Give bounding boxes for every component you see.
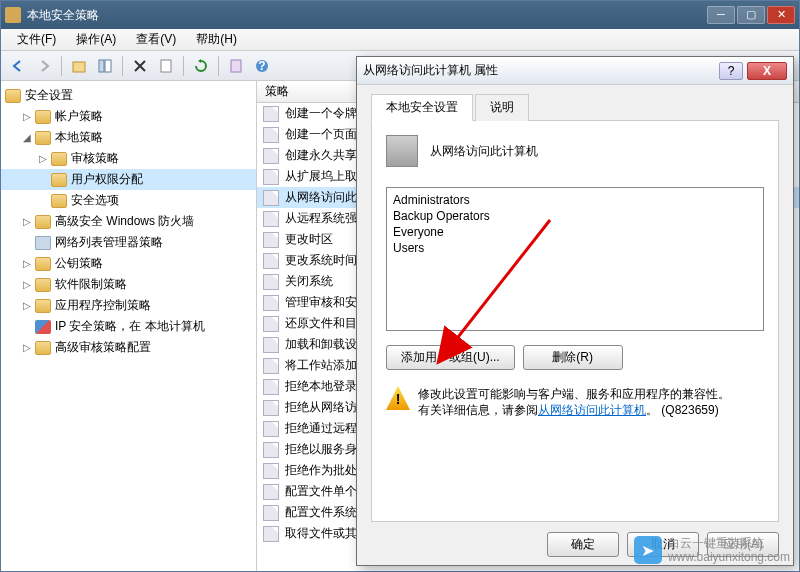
list-item-label: 配置文件单个 xyxy=(285,483,357,500)
export-button[interactable] xyxy=(225,55,247,77)
up-button[interactable] xyxy=(68,55,90,77)
folder-icon xyxy=(51,152,67,166)
tree-node[interactable]: IP 安全策略，在 本地计算机 xyxy=(1,316,256,337)
tree-panel[interactable]: 安全设置 ▷帐户策略◢本地策略▷审核策略用户权限分配安全选项▷高级安全 Wind… xyxy=(1,81,257,571)
dialog-close-button[interactable]: X xyxy=(747,62,787,80)
list-item-label: 从网络访问此 xyxy=(285,189,357,206)
svg-rect-2 xyxy=(105,60,111,72)
list-item-label: 加载和卸载设 xyxy=(285,336,357,353)
list-item-label: 配置文件系统 xyxy=(285,504,357,521)
policy-icon xyxy=(263,484,279,500)
refresh-button[interactable] xyxy=(190,55,212,77)
delete-button[interactable] xyxy=(129,55,151,77)
svg-rect-0 xyxy=(73,62,85,72)
menu-help[interactable]: 帮助(H) xyxy=(186,29,247,50)
remove-button[interactable]: 删除(R) xyxy=(523,345,623,370)
tabs: 本地安全设置 说明 xyxy=(371,93,779,121)
svg-text:?: ? xyxy=(258,59,265,73)
tree-node[interactable]: ▷审核策略 xyxy=(1,148,256,169)
list-item-label: 创建一个页面 xyxy=(285,126,357,143)
folder-icon xyxy=(35,131,51,145)
expand-icon[interactable] xyxy=(21,321,33,333)
help-button[interactable]: ? xyxy=(251,55,273,77)
expand-icon[interactable]: ▷ xyxy=(21,342,33,354)
policy-icon xyxy=(263,421,279,437)
policy-icon xyxy=(263,400,279,416)
expand-icon[interactable] xyxy=(37,195,49,207)
user-item[interactable]: Everyone xyxy=(393,224,757,240)
expand-icon[interactable]: ▷ xyxy=(21,279,33,291)
expand-icon[interactable]: ▷ xyxy=(37,153,49,165)
minimize-button[interactable]: ─ xyxy=(707,6,735,24)
tree-node-label: IP 安全策略，在 本地计算机 xyxy=(55,318,205,335)
list-item-label: 拒绝通过远程 xyxy=(285,420,357,437)
list-item-label: 创建永久共享 xyxy=(285,147,357,164)
properties-dialog: 从网络访问此计算机 属性 ? X 本地安全设置 说明 从网络访问此计算机 Adm… xyxy=(356,56,794,566)
show-hide-button[interactable] xyxy=(94,55,116,77)
expand-icon[interactable]: ▷ xyxy=(21,216,33,228)
add-user-button[interactable]: 添加用户或组(U)... xyxy=(386,345,515,370)
policy-icon xyxy=(263,505,279,521)
ok-button[interactable]: 确定 xyxy=(547,532,619,557)
expand-icon[interactable]: ▷ xyxy=(21,300,33,312)
warning-link[interactable]: 从网络访问此计算机 xyxy=(538,403,646,417)
list-item-label: 从远程系统强 xyxy=(285,210,357,227)
policy-icon xyxy=(263,379,279,395)
user-item[interactable]: Backup Operators xyxy=(393,208,757,224)
forward-button[interactable] xyxy=(33,55,55,77)
expand-icon[interactable]: ▷ xyxy=(21,258,33,270)
menu-action[interactable]: 操作(A) xyxy=(66,29,126,50)
close-button[interactable]: ✕ xyxy=(767,6,795,24)
warning-icon xyxy=(386,386,410,410)
list-item-label: 将工作站添加 xyxy=(285,357,357,374)
tree-node[interactable]: 安全选项 xyxy=(1,190,256,211)
tree-node[interactable]: ▷高级审核策略配置 xyxy=(1,337,256,358)
tree-root[interactable]: 安全设置 xyxy=(1,85,256,106)
tree-node[interactable]: ▷帐户策略 xyxy=(1,106,256,127)
expand-icon[interactable]: ◢ xyxy=(21,132,33,144)
tree-node[interactable]: ▷应用程序控制策略 xyxy=(1,295,256,316)
property-icon xyxy=(386,135,418,167)
user-item[interactable]: Users xyxy=(393,240,757,256)
folder-icon xyxy=(5,89,21,103)
tree-node[interactable]: ▷软件限制策略 xyxy=(1,274,256,295)
user-list[interactable]: AdministratorsBackup OperatorsEveryoneUs… xyxy=(386,187,764,331)
folder-icon xyxy=(35,341,51,355)
menu-file[interactable]: 文件(F) xyxy=(7,29,66,50)
dialog-help-button[interactable]: ? xyxy=(719,62,743,80)
tree-node[interactable]: 用户权限分配 xyxy=(1,169,256,190)
maximize-button[interactable]: ▢ xyxy=(737,6,765,24)
tree-root-label: 安全设置 xyxy=(25,87,73,104)
tree-node[interactable]: ▷高级安全 Windows 防火墙 xyxy=(1,211,256,232)
svg-rect-1 xyxy=(99,60,104,72)
menu-view[interactable]: 查看(V) xyxy=(126,29,186,50)
expand-icon[interactable] xyxy=(37,174,49,186)
watermark-url: www.baiyunxitong.com xyxy=(668,550,790,564)
expand-icon[interactable]: ▷ xyxy=(21,111,33,123)
expand-icon[interactable] xyxy=(21,237,33,249)
app-icon xyxy=(5,7,21,23)
watermark-icon xyxy=(634,536,662,564)
titlebar: 本地安全策略 ─ ▢ ✕ xyxy=(1,1,799,29)
dialog-titlebar[interactable]: 从网络访问此计算机 属性 ? X xyxy=(357,57,793,85)
back-button[interactable] xyxy=(7,55,29,77)
properties-button[interactable] xyxy=(155,55,177,77)
folder-icon xyxy=(35,110,51,124)
user-item[interactable]: Administrators xyxy=(393,192,757,208)
tab-description[interactable]: 说明 xyxy=(475,94,529,121)
policy-icon xyxy=(263,190,279,206)
dialog-title: 从网络访问此计算机 属性 xyxy=(363,62,719,79)
shield-icon xyxy=(35,320,51,334)
menubar: 文件(F) 操作(A) 查看(V) 帮助(H) xyxy=(1,29,799,51)
tab-local-security[interactable]: 本地安全设置 xyxy=(371,94,473,121)
tree-node[interactable]: ▷公钥策略 xyxy=(1,253,256,274)
list-item-label: 从扩展坞上取 xyxy=(285,168,357,185)
tree-node[interactable]: 网络列表管理器策略 xyxy=(1,232,256,253)
list-item-label: 创建一个令牌 xyxy=(285,105,357,122)
tree-node[interactable]: ◢本地策略 xyxy=(1,127,256,148)
policy-icon xyxy=(263,274,279,290)
warning-text: 修改此设置可能影响与客户端、服务和应用程序的兼容性。 有关详细信息，请参阅从网络… xyxy=(418,386,730,418)
policy-icon xyxy=(263,253,279,269)
tree-node-label: 高级安全 Windows 防火墙 xyxy=(55,213,194,230)
window-title: 本地安全策略 xyxy=(27,7,707,24)
